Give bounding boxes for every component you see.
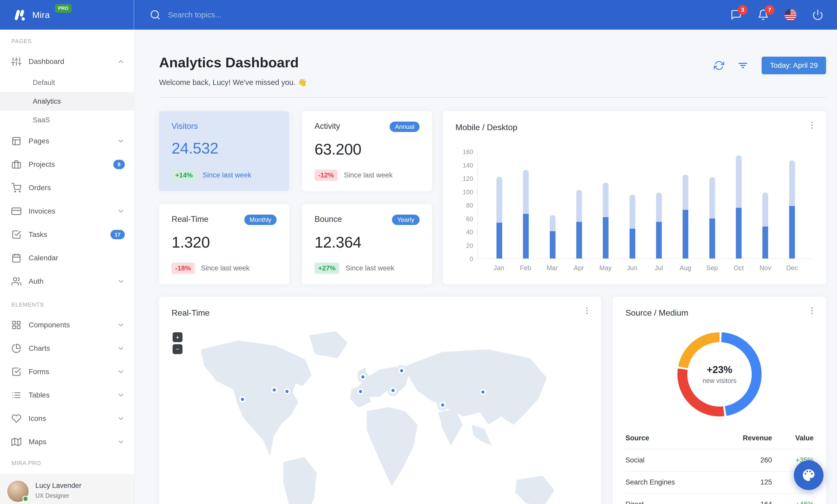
period-badge: Monthly (244, 214, 277, 225)
filter-button[interactable] (738, 60, 748, 71)
date-button[interactable]: Today: April 29 (762, 57, 826, 74)
sidebar-item-invoices[interactable]: Invoices (0, 200, 134, 223)
stat-note: Since last week (201, 264, 250, 272)
kebab-icon (807, 120, 817, 130)
list-icon (12, 390, 21, 400)
bar-jan (486, 152, 513, 259)
sidebar-item-projects[interactable]: Projects8 (0, 153, 134, 176)
y-tick: 120 (463, 175, 473, 182)
map-marker (357, 388, 364, 395)
bar-oct (726, 152, 752, 259)
sign-out-button[interactable] (812, 9, 823, 20)
source-table: Source Revenue Value Social260+35%Search… (625, 434, 814, 504)
map-marker (360, 374, 366, 380)
sidebar-subitem-analytics[interactable]: Analytics (0, 92, 134, 111)
sidebar-subitem-saas[interactable]: SaaS (0, 111, 134, 129)
bar-segment-desktop (682, 174, 688, 210)
sidebar-item-dashboard[interactable]: Dashboard (0, 50, 134, 73)
chart-menu-button[interactable] (807, 120, 817, 130)
sidebar-item-label: Charts (29, 344, 110, 353)
theme-settings-fab[interactable] (794, 460, 823, 490)
sidebar-item-charts[interactable]: Charts (0, 337, 134, 360)
sidebar-item-maps[interactable]: Maps (0, 430, 134, 453)
x-tick: Mar (539, 264, 566, 272)
y-tick: 40 (466, 229, 473, 236)
donut-chart: +23% new visitors (677, 332, 762, 416)
brand[interactable]: Mira PRO (0, 0, 134, 30)
language-button[interactable] (784, 9, 797, 21)
sidebar-item-icons[interactable]: Icons (0, 407, 134, 430)
x-tick: Sep (699, 264, 726, 272)
chevron-down-icon (117, 438, 125, 446)
sidebar-item-label: Pages (29, 137, 110, 145)
map-marker (271, 387, 277, 393)
sidebar-item-tasks[interactable]: Tasks17 (0, 223, 134, 246)
period-badge: Annual (390, 122, 420, 132)
period-badge: Yearly (392, 214, 420, 225)
bar-segment-desktop (523, 170, 529, 214)
sidebar-item-orders[interactable]: Orders (0, 176, 134, 200)
sidebar-item-pages[interactable]: Pages (0, 129, 134, 153)
notifications-button[interactable]: 7 (758, 9, 769, 20)
sidebar-item-components[interactable]: Components (0, 313, 134, 337)
search-icon[interactable] (150, 10, 161, 20)
sidebar-item-forms[interactable]: Forms (0, 360, 134, 384)
cell-source: Direct (625, 500, 723, 504)
stat-title: Real-Time (172, 214, 209, 224)
bar-jun (619, 152, 646, 259)
palette-icon (802, 468, 816, 482)
kebab-icon (807, 306, 817, 315)
map-zoom-out-button[interactable]: − (173, 344, 182, 354)
brand-name: Mira (32, 10, 50, 20)
credit-card-icon (12, 206, 21, 216)
map-menu-button[interactable] (582, 306, 592, 315)
bar-segment-desktop (656, 192, 662, 222)
map-title: Real-Time (172, 308, 588, 318)
realtime-map-card: Real-Time (159, 297, 601, 504)
stat-note: Since last week (344, 171, 393, 179)
chevron-down-icon (117, 278, 125, 285)
x-axis-labels: JanFebMarAprMayJunJulAugSepOctNovDec (477, 264, 814, 272)
page-title: Analytics Dashboard (159, 54, 307, 71)
sidebar-item-label: Auth (29, 277, 110, 285)
sidebar-item-auth[interactable]: Auth (0, 270, 134, 293)
bar-segment-mobile (682, 210, 688, 259)
cell-revenue: 260 (723, 456, 772, 464)
bar-segment-mobile (736, 208, 742, 259)
refresh-button[interactable] (714, 60, 724, 71)
stat-card-visitors: Visitors 24.532 +14% Since last week (159, 111, 289, 191)
bar-plot (477, 152, 814, 259)
search-input[interactable] (168, 11, 345, 19)
stat-delta: +14% (172, 170, 196, 181)
messages-button[interactable]: 3 (730, 9, 742, 20)
chevron-down-icon (117, 391, 125, 399)
stat-cards: Visitors 24.532 +14% Since last week Act… (159, 111, 432, 284)
online-status-dot (22, 496, 29, 502)
bar-sep (699, 152, 726, 259)
pie-chart-icon (12, 343, 21, 353)
stat-value: 63.200 (315, 140, 420, 158)
sidebar-item-tables[interactable]: Tables (0, 384, 134, 407)
y-tick: 80 (466, 202, 473, 209)
sidebar-user[interactable]: Lucy Lavender UX Designer (0, 474, 134, 504)
bar-segment-desktop (629, 194, 635, 229)
avatar (7, 481, 29, 502)
sidebar-item-calendar[interactable]: Calendar (0, 246, 134, 270)
shopping-cart-icon (12, 183, 21, 193)
bar-segment-mobile (709, 219, 715, 259)
bar-segment-desktop (497, 177, 502, 223)
stat-card-bounce: Bounce Yearly 12.364 +27% Since last wee… (302, 204, 432, 284)
source-medium-title: Source / Medium (625, 308, 814, 318)
header-divider (159, 97, 826, 98)
bar-segment-mobile (576, 222, 582, 259)
map-zoom-in-button[interactable]: + (173, 332, 182, 342)
bar-nov (752, 152, 779, 259)
bar-segment-desktop (603, 183, 608, 217)
bar-segment-mobile (789, 206, 795, 259)
table-row-direct: Direct164+46% (625, 493, 814, 504)
sidebar-item-label: Calendar (29, 254, 125, 262)
sidebar-subitem-default[interactable]: Default (0, 73, 134, 92)
sidebar-item-label: Forms (29, 368, 110, 376)
source-menu-button[interactable] (807, 306, 817, 315)
cell-value: +46% (772, 500, 814, 504)
